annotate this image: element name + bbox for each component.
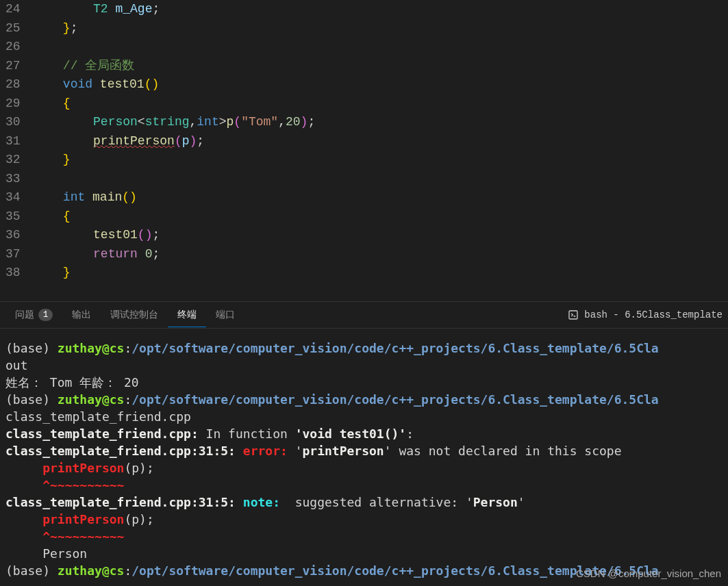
code-line[interactable]: test01(); (33, 226, 728, 245)
error-snippet-fn: printPerson (5, 461, 124, 475)
code-line[interactable]: } (33, 264, 728, 283)
suggest-line: Person (5, 546, 87, 561)
code-line[interactable] (33, 38, 728, 57)
line-number: 31 (5, 132, 21, 151)
code-line[interactable]: }; (33, 19, 728, 38)
prompt-colon: : (124, 392, 131, 407)
tab-output[interactable]: 输出 (62, 303, 101, 327)
code-line[interactable]: printPerson(p); (33, 132, 728, 151)
code-line[interactable]: return 0; (33, 245, 728, 264)
code-content[interactable]: T2 m_Age; }; // 全局函数 void test01() { Per… (33, 0, 728, 301)
prompt-path: /opt/software/computer_vision/code/c++_p… (131, 392, 658, 407)
prompt-base: (base) (5, 341, 58, 355)
note-text: suggested alternative: ' (288, 495, 473, 509)
terminal-line: class_template_friend.cpp (5, 409, 191, 424)
code-line[interactable]: } (33, 151, 728, 170)
code-line[interactable]: // 全局函数 (33, 57, 728, 76)
compiler-loc: class_template_friend.cpp:31:5: (5, 495, 236, 509)
code-line[interactable]: int main() (33, 188, 728, 207)
error-caret: ^~~~~~~~~~~ (5, 529, 124, 544)
compiler-file: class_template_friend.cpp: (5, 426, 199, 441)
code-line[interactable]: { (33, 207, 728, 227)
line-number: 27 (5, 57, 21, 76)
prompt-user: zuthay@cs (58, 563, 125, 578)
line-number-gutter: 242526272829303132333435363738 (0, 0, 33, 301)
line-number: 33 (5, 170, 21, 189)
tab-problems[interactable]: 问题 1 (5, 303, 62, 327)
line-number: 35 (5, 207, 21, 227)
code-line[interactable]: void test01() (33, 75, 728, 94)
note-label: note: (236, 495, 288, 509)
prompt-user: zuthay@cs (58, 392, 125, 407)
compiler-text: ' (295, 444, 303, 458)
shell-label: bash - 6.5Class_template (584, 309, 723, 320)
error-snippet-args: (p); (124, 461, 153, 475)
terminal-line: out (5, 358, 28, 372)
compiler-loc: class_template_friend.cpp:31:5: (5, 444, 236, 458)
line-number: 26 (5, 38, 21, 57)
panel-tab-bar: 问题 1 输出 调试控制台 终端 端口 bash - 6.5Class_temp… (0, 301, 728, 329)
compiler-text: : (406, 426, 414, 441)
compiler-fn: 'void test01()' (295, 426, 407, 441)
error-caret: ^~~~~~~~~~~ (5, 478, 124, 492)
problems-count-badge: 1 (38, 309, 53, 321)
compiler-text: ' was not declared in this scope (384, 444, 622, 458)
line-number: 25 (5, 19, 21, 38)
error-snippet-args: (p); (124, 512, 153, 526)
code-line[interactable]: Person<string,int>p("Tom",20); (33, 113, 728, 132)
prompt-user: zuthay@cs (58, 341, 125, 355)
prompt-path: /opt/software/computer_vision/code/c++_p… (131, 341, 658, 355)
line-number: 29 (5, 94, 21, 114)
error-symbol: printPerson (303, 444, 384, 458)
line-number: 34 (5, 188, 21, 207)
watermark: CSDN @computer_vision_chen (576, 565, 721, 582)
terminal-line: 姓名： Tom 年龄： 20 (5, 375, 139, 390)
note-symbol: Person (473, 495, 518, 509)
error-label: error: (236, 444, 295, 458)
tab-ports[interactable]: 端口 (206, 303, 244, 327)
tab-label: 问题 (15, 309, 34, 321)
tab-label: 终端 (177, 309, 197, 321)
code-line[interactable]: { (33, 94, 728, 114)
prompt-colon: : (124, 563, 131, 578)
tab-label: 调试控制台 (110, 309, 158, 321)
error-snippet-fn: printPerson (5, 512, 124, 526)
compiler-text: In function (199, 426, 295, 441)
tab-label: 输出 (72, 309, 91, 321)
line-number: 38 (5, 264, 21, 283)
code-line[interactable]: T2 m_Age; (33, 0, 728, 19)
code-line[interactable] (33, 170, 728, 189)
line-number: 24 (5, 0, 21, 19)
note-text: ' (518, 495, 525, 509)
prompt-colon: : (124, 341, 131, 355)
terminal-icon (568, 309, 579, 320)
prompt-base: (base) (5, 392, 58, 407)
prompt-base: (base) (5, 563, 58, 578)
tab-terminal[interactable]: 终端 (168, 303, 206, 327)
line-number: 30 (5, 113, 21, 132)
tab-debug-console[interactable]: 调试控制台 (101, 303, 168, 327)
terminal-output[interactable]: (base) zuthay@cs:/opt/software/computer_… (0, 329, 728, 586)
tab-label: 端口 (216, 309, 235, 321)
line-number: 37 (5, 245, 21, 264)
line-number: 32 (5, 151, 21, 170)
terminal-shell-indicator[interactable]: bash - 6.5Class_template (568, 309, 723, 320)
line-number: 36 (5, 226, 21, 245)
line-number: 28 (5, 75, 21, 94)
code-editor[interactable]: 242526272829303132333435363738 T2 m_Age;… (0, 0, 728, 301)
